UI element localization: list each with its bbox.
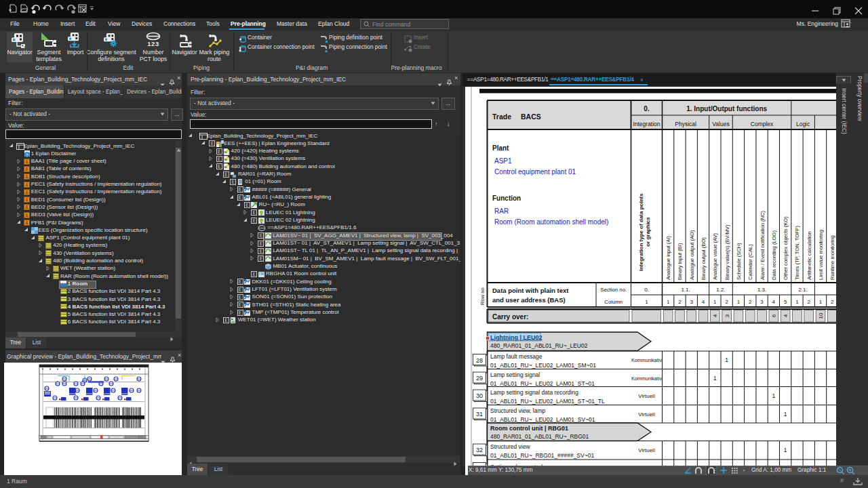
svg-text:Alarm / Event notification (NC: Alarm / Event notification (NC): [760, 210, 766, 280]
svg-text:Integration type of data point: Integration type of data points: [638, 193, 644, 271]
svg-text:Room control unit | RBG01: Room control unit | RBG01: [490, 425, 568, 432]
svg-text:2.1.: 2.1.: [798, 287, 807, 293]
svg-text:1.2.: 1.2.: [716, 287, 725, 293]
svg-text:BACS: BACS: [521, 113, 541, 121]
svg-text:01_ABL01_RU~_LEU02_LAM01_SV~01: 01_ABL01_RU~_LEU02_LAM01_SV~01: [490, 416, 595, 423]
svg-text:Data point with plain text: Data point with plain text: [492, 287, 569, 294]
svg-text:480_RAR01_01_ABL01_RU~_LEU02: 480_RAR01_01_ABL01_RU~_LEU02: [490, 342, 588, 349]
svg-text:Times (TP, TON, TOFF): Times (TP, TON, TOFF): [794, 226, 800, 280]
svg-text:Calendar (CAL): Calendar (CAL): [747, 244, 753, 280]
svg-text:Room (Room automation shell mo: Room (Room automation shell model): [494, 218, 608, 226]
svg-text:Limit value monitoring: Limit value monitoring: [818, 230, 824, 280]
svg-text:01_ABL01_RU~_RBG01_#####_SV~01: 01_ABL01_RU~_RBG01_#####_SV~01: [490, 452, 594, 459]
svg-text:Analogue value (AV): Analogue value (AV): [712, 232, 718, 280]
svg-text:32: 32: [476, 447, 483, 453]
svg-text:01_ABL01_RU~_LEU02_LAM01_ST~01: 01_ABL01_RU~_LEU02_LAM01_ST~01: [490, 380, 595, 387]
svg-text:ASP1: ASP1: [494, 157, 512, 165]
svg-text:0.: 0.: [644, 105, 650, 113]
svg-text:Physical: Physical: [675, 121, 696, 127]
svg-text:31: 31: [476, 411, 483, 418]
svg-text:Column: Column: [604, 299, 623, 305]
svg-text:Data recording (LOG): Data recording (LOG): [771, 230, 777, 280]
svg-text:Arithmetic calculation: Arithmetic calculation: [806, 231, 812, 280]
svg-text:2: 2: [749, 299, 752, 305]
svg-text:RAR: RAR: [494, 207, 509, 215]
svg-text:1: 1: [713, 375, 717, 382]
svg-text:1: 1: [772, 392, 775, 399]
svg-text:480_RAR01_01_ABL01_RU~_RBG01: 480_RAR01_01_ABL01_RU~_RBG01: [490, 433, 589, 440]
svg-text:2: 2: [725, 299, 728, 305]
svg-text:Lightning | LEU02: Lightning | LEU02: [490, 334, 542, 341]
svg-text:Function: Function: [492, 195, 521, 202]
svg-text:1.1.: 1.1.: [681, 287, 690, 293]
svg-text:1: 1: [737, 299, 741, 305]
svg-text:Kommunikativ: Kommunikativ: [631, 357, 663, 363]
svg-text:Other complex objects (KO): Other complex objects (KO): [783, 216, 789, 280]
svg-text:Runtime monitoring: Runtime monitoring: [829, 235, 835, 280]
svg-text:Lamp setting signal: Lamp setting signal: [490, 371, 540, 378]
svg-text:Carry over:: Carry over:: [492, 313, 528, 321]
svg-text:4: 4: [712, 314, 718, 317]
svg-text:Section no.: Section no.: [600, 287, 627, 293]
svg-text:Control equipment plant 01: Control equipment plant 01: [494, 168, 576, 176]
svg-text:Analogue input (AI): Analogue input (AI): [665, 236, 671, 280]
svg-text:Kommunikativ: Kommunikativ: [631, 375, 663, 382]
svg-text:Integration: Integration: [633, 121, 660, 127]
svg-text:Binary input (BI): Binary input (BI): [677, 243, 683, 280]
svg-text:Virtuell: Virtuell: [638, 447, 655, 453]
svg-text:0.: 0.: [644, 287, 649, 293]
svg-text:and user address (BAS): and user address (BAS): [492, 296, 566, 304]
svg-text:Structured view: Structured view: [490, 443, 530, 450]
svg-text:30: 30: [476, 392, 483, 399]
svg-text:Complex: Complex: [751, 121, 774, 127]
svg-text:Plant: Plant: [492, 144, 509, 152]
svg-text:3: 3: [690, 299, 694, 305]
svg-text:29: 29: [476, 375, 483, 382]
svg-text:1: 1: [713, 299, 717, 305]
svg-text:123: 123: [147, 40, 159, 47]
svg-text:01_ABL01_RU~_LEU02_LAM01_SM~01: 01_ABL01_RU~_LEU02_LAM01_SM~01: [490, 362, 596, 369]
svg-text:4: 4: [783, 314, 789, 317]
svg-text:1. Input/Output functions: 1. Input/Output functions: [686, 105, 767, 113]
svg-text:01_ABL01_RU~_LEU02_LAM01_ST~01: 01_ABL01_RU~_LEU02_LAM01_ST~01_TL: [490, 398, 605, 405]
svg-text:1: 1: [725, 357, 728, 363]
svg-text:2: 2: [808, 299, 811, 305]
svg-text:1: 1: [795, 299, 799, 305]
svg-text:4: 4: [702, 299, 705, 305]
svg-text:Lamp fault message: Lamp fault message: [490, 353, 542, 360]
svg-text:1.3.: 1.3.: [757, 287, 766, 293]
svg-text:Virtuell: Virtuell: [638, 393, 655, 399]
svg-text:Row no: Row no: [479, 287, 486, 305]
svg-text:Trade: Trade: [492, 113, 511, 121]
svg-text:2: 2: [831, 299, 834, 305]
svg-text:1: 1: [667, 299, 670, 305]
svg-text:Virtuell: Virtuell: [638, 411, 655, 418]
svg-text:3: 3: [760, 299, 764, 305]
svg-text:Analogue output (AO): Analogue output (AO): [689, 230, 695, 280]
svg-text:Binary value(s) (BV/MV): Binary value(s) (BV/MV): [724, 224, 730, 280]
svg-text:1: 1: [819, 299, 823, 305]
svg-text:5: 5: [784, 299, 787, 305]
svg-text:2: 2: [678, 299, 682, 305]
svg-text:Structured view, lamp: Structured view, lamp: [490, 407, 546, 414]
svg-text:1: 1: [784, 447, 787, 453]
svg-text:Lamp setting signal data recor: Lamp setting signal data recording: [490, 389, 578, 396]
svg-text:Logic: Logic: [796, 121, 810, 127]
svg-text:10: 10: [818, 312, 824, 319]
svg-text:1: 1: [645, 299, 648, 305]
svg-text:Schedule (SCH): Schedule (SCH): [736, 243, 742, 280]
svg-text:6: 6: [771, 314, 777, 317]
svg-text:4: 4: [772, 299, 776, 305]
svg-text:28: 28: [476, 357, 483, 364]
svg-text:1: 1: [784, 411, 787, 418]
svg-text:Binary output (BO): Binary output (BO): [701, 237, 707, 280]
svg-text:3: 3: [724, 314, 730, 317]
svg-text:or graphics: or graphics: [645, 217, 651, 247]
svg-text:Values: Values: [712, 121, 729, 127]
